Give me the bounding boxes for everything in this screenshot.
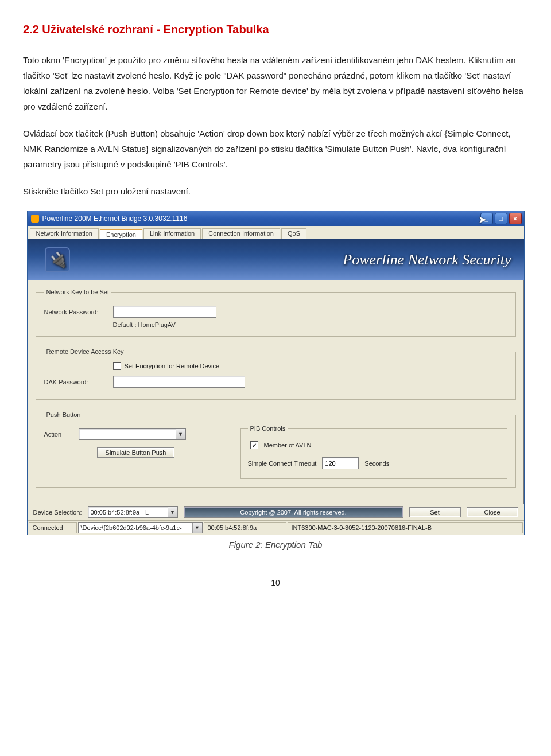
label-simple-connect-timeout: Simple Connect Timeout	[248, 460, 317, 467]
banner: 🔌 Powerline Network Security	[28, 239, 524, 280]
plug-icon: 🔌	[45, 247, 70, 272]
window-close-button[interactable]: ×	[509, 213, 522, 224]
titlebar: Powerline 200M Ethernet Bridge 3.0.3032.…	[28, 211, 524, 226]
tab-connection-information[interactable]: Connection Information	[202, 228, 280, 239]
window-title: Powerline 200M Ethernet Bridge 3.0.3032.…	[42, 215, 479, 223]
dak-password-input[interactable]	[113, 376, 245, 388]
group-network-key: Network Key to be Set Network Password: …	[36, 289, 516, 337]
cursor-icon: ➤	[478, 213, 487, 226]
device-selection-dropdown[interactable]: 00:05:b4:52:8f:9a - L ▼	[88, 506, 178, 518]
status-mac: 00:05:b4:52:8f:9a	[204, 522, 286, 533]
label-seconds: Seconds	[364, 460, 389, 467]
tab-strip: Network Information Encryption Link Info…	[28, 226, 524, 239]
member-avln-checkbox[interactable]: ✔	[250, 441, 258, 449]
tab-encryption[interactable]: Encryption	[100, 229, 142, 239]
checkbox-box-icon	[113, 362, 121, 370]
chevron-down-icon: ▼	[168, 507, 177, 517]
default-password-hint: Default : HomePlugAV	[113, 321, 507, 328]
status-connected: Connected	[29, 522, 77, 533]
app-window: Powerline 200M Ethernet Bridge 3.0.3032.…	[27, 211, 525, 535]
app-icon	[31, 215, 39, 223]
status-firmware: INT6300-MAC-3-0-3052-1120-20070816-FINAL…	[288, 522, 523, 533]
group-remote-access-key: Remote Device Access Key Set Encryption …	[36, 348, 516, 400]
member-avln-label: Member of AVLN	[264, 442, 312, 449]
status-device-path-dropdown[interactable]: \Device\{2b602d02-b96a-4bfc-9a1c- ▼	[78, 522, 203, 533]
tab-network-information[interactable]: Network Information	[30, 228, 99, 239]
paragraph-3: Stiskněte tlačítko Set pro uložení nasta…	[23, 184, 528, 199]
paragraph-1: Toto okno 'Encryption' je použito pro zm…	[23, 52, 528, 114]
label-action: Action	[44, 431, 73, 438]
set-button[interactable]: Set	[409, 507, 461, 517]
copyright-bar: Copyright @ 2007. All rights reserved.	[184, 506, 403, 518]
page-number: 10	[23, 578, 528, 587]
set-encryption-remote-label: Set Encryption for Remote Device	[125, 363, 220, 369]
chevron-down-icon: ▼	[192, 523, 202, 533]
paragraph-2: Ovládací box tlačítek (Push Button) obsa…	[23, 126, 528, 172]
status-bar: Connected \Device\{2b602d02-b96a-4bfc-9a…	[28, 520, 524, 535]
banner-title: Powerline Network Security	[343, 251, 511, 268]
set-encryption-remote-checkbox[interactable]: Set Encryption for Remote Device	[113, 362, 507, 370]
action-dropdown-value	[79, 429, 176, 439]
device-selection-value: 00:05:b4:52:8f:9a - L	[88, 507, 168, 517]
group-remote-access-key-legend: Remote Device Access Key	[44, 348, 126, 355]
status-device-path-value: \Device\{2b602d02-b96a-4bfc-9a1c-	[79, 524, 192, 531]
close-button[interactable]: Close	[467, 507, 518, 517]
group-pib-controls-legend: PIB Controls	[248, 425, 288, 432]
simple-connect-timeout-input[interactable]	[322, 457, 359, 469]
figure-caption: Figure 2: Encryption Tab	[23, 540, 528, 550]
doc-heading: 2.2 Uživatelské rozhraní - Encryption Ta…	[23, 23, 528, 36]
label-dak-password: DAK Password:	[44, 379, 107, 385]
label-device-selection: Device Selection:	[33, 509, 82, 516]
simulate-button-push-button[interactable]: Simulate Button Push	[97, 447, 175, 458]
group-push-button-legend: Push Button	[44, 411, 83, 418]
footer-bar: Device Selection: 00:05:b4:52:8f:9a - L …	[28, 504, 524, 520]
tab-link-information[interactable]: Link Information	[143, 228, 201, 239]
maximize-button[interactable]: □	[495, 213, 507, 224]
group-push-button: Push Button Action ▼ Simulate Button Pus…	[36, 411, 516, 488]
network-password-input[interactable]	[113, 306, 216, 318]
tab-qos[interactable]: QoS	[281, 228, 306, 239]
label-network-password: Network Password:	[44, 309, 107, 315]
group-network-key-legend: Network Key to be Set	[44, 289, 111, 295]
content-area: Network Key to be Set Network Password: …	[28, 280, 524, 504]
group-pib-controls: PIB Controls ✔ Member of AVLN Simple Con…	[240, 425, 507, 479]
action-dropdown[interactable]: ▼	[79, 428, 186, 440]
chevron-down-icon: ▼	[176, 429, 185, 439]
